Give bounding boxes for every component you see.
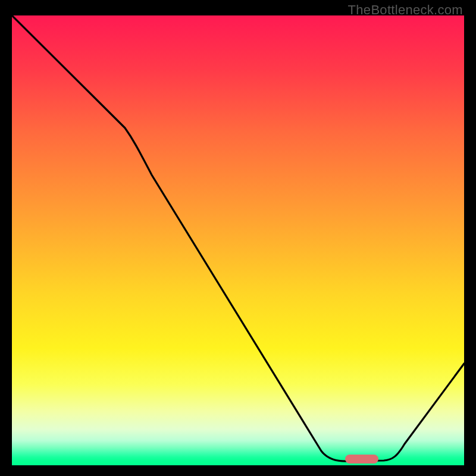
- plot-area: [12, 15, 464, 465]
- watermark-text: TheBottleneck.com: [348, 2, 463, 18]
- chart-frame: TheBottleneck.com: [0, 0, 476, 476]
- optimal-marker: [345, 455, 378, 464]
- bottleneck-curve: [12, 15, 464, 461]
- curve-overlay: [12, 15, 464, 465]
